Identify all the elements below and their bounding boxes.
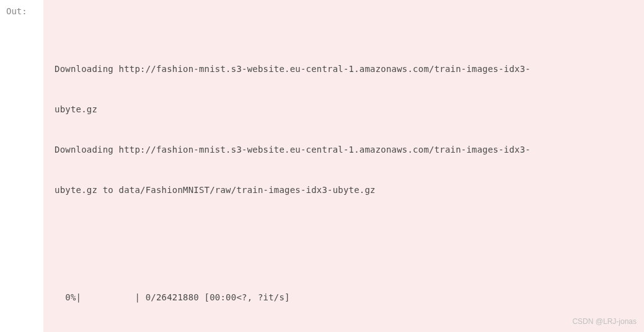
output-container: Out: Downloading http://fashion-mnist.s3… bbox=[0, 0, 644, 332]
output-block: Downloading http://fashion-mnist.s3-webs… bbox=[43, 0, 644, 332]
header-line: ubyte.gz to data/FashionMNIST/raw/train-… bbox=[55, 184, 634, 197]
header-line: Downloading http://fashion-mnist.s3-webs… bbox=[55, 63, 634, 76]
download-header: Downloading http://fashion-mnist.s3-webs… bbox=[55, 35, 634, 224]
watermark: CSDN @LRJ-jonas bbox=[572, 317, 637, 326]
header-line: ubyte.gz bbox=[55, 103, 634, 117]
progress-line: 0%| | 0/26421880 [00:00<?, ?it/s] bbox=[55, 291, 634, 305]
progress-block: 0%| | 0/26421880 [00:00<?, ?it/s] 0%| | … bbox=[55, 264, 634, 332]
header-line: Downloading http://fashion-mnist.s3-webs… bbox=[55, 143, 634, 157]
out-label: Out: bbox=[0, 0, 43, 332]
